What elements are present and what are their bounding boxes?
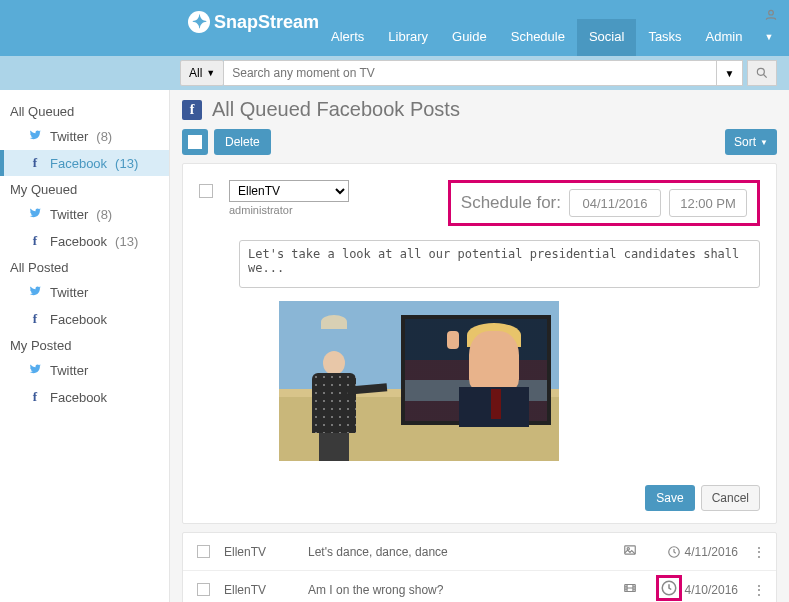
sidebar-item-facebook[interactable]: fFacebook	[0, 306, 169, 332]
sidebar-item-twitter[interactable]: Twitter	[0, 357, 169, 384]
twitter-icon	[28, 362, 42, 379]
sidebar-header: All Posted	[0, 254, 169, 279]
logo-icon: ✦	[188, 11, 210, 33]
delete-button[interactable]: Delete	[214, 129, 271, 155]
search-scope-dropdown[interactable]: All ▼	[180, 60, 224, 86]
twitter-icon	[28, 206, 42, 223]
nav-social[interactable]: Social	[577, 19, 636, 56]
post-row[interactable]: EllenTVAm I on the wrong show?4/10/2016⋮	[183, 570, 776, 602]
schedule-label: Schedule for:	[461, 193, 561, 213]
sidebar-item-label: Facebook	[50, 156, 107, 171]
post-list: EllenTVLet's dance, dance, dance4/11/201…	[182, 532, 777, 602]
video-icon	[620, 581, 640, 598]
sidebar-item-facebook[interactable]: fFacebook(13)	[0, 150, 169, 176]
account-select[interactable]: EllenTV	[229, 180, 349, 202]
row-text: Let's dance, dance, dance	[308, 545, 606, 559]
logo: ✦ SnapStream	[180, 0, 319, 56]
facebook-icon: f	[28, 311, 42, 327]
row-account: EllenTV	[224, 545, 294, 559]
sidebar-item-label: Facebook	[50, 390, 107, 405]
page-title: f All Queued Facebook Posts	[182, 98, 777, 121]
sidebar-item-count: (13)	[115, 156, 138, 171]
compose-card: EllenTV administrator Schedule for: Let'…	[182, 163, 777, 524]
brand-text: SnapStream	[214, 12, 319, 33]
svg-point-0	[769, 10, 774, 15]
cancel-button[interactable]: Cancel	[701, 485, 760, 511]
sidebar-item-count: (8)	[96, 207, 112, 222]
svg-point-1	[757, 68, 764, 75]
user-menu[interactable]: ▼	[754, 0, 788, 56]
schedule-date-input[interactable]	[569, 189, 661, 217]
main-content: f All Queued Facebook Posts Delete Sort …	[170, 90, 789, 602]
sidebar-item-twitter[interactable]: Twitter(8)	[0, 201, 169, 228]
sidebar-item-facebook[interactable]: fFacebook	[0, 384, 169, 410]
image-icon	[620, 543, 640, 560]
nav-guide[interactable]: Guide	[440, 19, 499, 56]
save-button[interactable]: Save	[645, 485, 694, 511]
chevron-down-icon: ▼	[760, 138, 768, 147]
nav-tasks[interactable]: Tasks	[636, 19, 693, 56]
sidebar-item-label: Twitter	[50, 363, 88, 378]
sidebar-item-twitter[interactable]: Twitter(8)	[0, 123, 169, 150]
post-row[interactable]: EllenTVLet's dance, dance, dance4/11/201…	[183, 533, 776, 570]
row-menu[interactable]: ⋮	[752, 544, 762, 560]
nav-library[interactable]: Library	[376, 19, 440, 56]
row-account: EllenTV	[224, 583, 294, 597]
row-date: 4/11/2016	[654, 545, 738, 559]
nav-schedule[interactable]: Schedule	[499, 19, 577, 56]
post-media-thumbnail[interactable]	[279, 301, 559, 461]
post-text-input[interactable]: Let's take a look at all our potential p…	[239, 240, 760, 288]
sidebar-item-label: Twitter	[50, 285, 88, 300]
chevron-down-icon: ▼	[206, 68, 215, 78]
search-icon	[755, 66, 769, 80]
clock-icon	[660, 579, 678, 597]
twitter-icon	[28, 128, 42, 145]
toolbar: Delete Sort ▼	[182, 129, 777, 155]
sidebar-header: My Queued	[0, 176, 169, 201]
sidebar: All QueuedTwitter(8)fFacebook(13)My Queu…	[0, 90, 170, 602]
twitter-icon	[28, 284, 42, 301]
sidebar-item-twitter[interactable]: Twitter	[0, 279, 169, 306]
facebook-icon: f	[28, 155, 42, 171]
schedule-highlight: Schedule for:	[448, 180, 760, 226]
facebook-icon: f	[182, 100, 202, 120]
user-icon	[764, 8, 778, 22]
sidebar-item-label: Twitter	[50, 207, 88, 222]
sidebar-item-facebook[interactable]: fFacebook(13)	[0, 228, 169, 254]
row-menu[interactable]: ⋮	[752, 582, 762, 598]
account-role: administrator	[229, 204, 349, 216]
sidebar-item-label: Facebook	[50, 312, 107, 327]
select-all-button[interactable]	[182, 129, 208, 155]
clock-highlight	[656, 575, 682, 601]
sidebar-header: My Posted	[0, 332, 169, 357]
sidebar-item-count: (8)	[96, 129, 112, 144]
sidebar-item-label: Twitter	[50, 129, 88, 144]
search-bar: All ▼ ▼	[0, 56, 789, 90]
schedule-time-input[interactable]	[669, 189, 747, 217]
row-checkbox[interactable]	[197, 545, 210, 558]
sidebar-item-count: (13)	[115, 234, 138, 249]
facebook-icon: f	[28, 233, 42, 249]
search-input[interactable]	[224, 60, 717, 86]
sort-button[interactable]: Sort ▼	[725, 129, 777, 155]
row-checkbox[interactable]	[197, 583, 210, 596]
nav-admin[interactable]: Admin	[694, 19, 755, 56]
top-bar: ✦ SnapStream AlertsLibraryGuideScheduleS…	[0, 0, 789, 56]
nav-alerts[interactable]: Alerts	[319, 19, 376, 56]
facebook-icon: f	[28, 389, 42, 405]
row-text: Am I on the wrong show?	[308, 583, 606, 597]
post-checkbox[interactable]	[199, 184, 213, 198]
top-nav: AlertsLibraryGuideScheduleSocialTasksAdm…	[319, 19, 754, 56]
sidebar-item-label: Facebook	[50, 234, 107, 249]
sidebar-header: All Queued	[0, 98, 169, 123]
checkbox-icon	[188, 135, 202, 149]
search-button[interactable]	[747, 60, 777, 86]
search-dropdown-toggle[interactable]: ▼	[717, 60, 743, 86]
clock-icon	[667, 545, 681, 559]
